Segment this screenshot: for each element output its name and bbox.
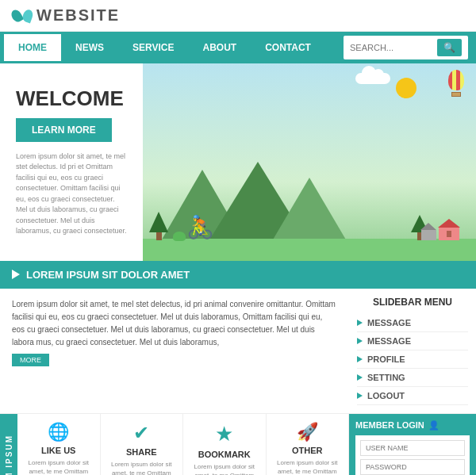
sidebar-title: SLIDEBAR MENU [357,297,468,308]
feature-title-other: OTHER [273,446,343,455]
arrow-icon [357,374,363,381]
bookmark-icon: ★ [190,422,259,446]
search-input[interactable] [350,43,437,52]
logo: WEBSITE [12,6,120,25]
main-paragraph: Lorem ipsum dolor sit amet, te mel stet … [12,298,337,349]
feature-text-share: Lorem ipsum dolor sit amet, te me Omitta… [107,460,177,475]
features-row: LOREM IPSUM 🌐 LIKE US Lorem ipsum dolor … [0,413,476,475]
bush-icon [173,232,186,241]
arrow-icon [357,393,363,399]
nav-home[interactable]: HOME [4,34,61,61]
sidebar-item-profile[interactable]: PROFILE [357,351,468,369]
feature-card-like: 🌐 LIKE US Lorem ipsum dolor sit amet, te… [17,414,101,475]
navbar: HOME NEWS SERVICE ABOUT CONTACT 🔍 [0,32,476,63]
biker-icon: 🚴 [186,214,214,240]
play-icon [12,270,20,279]
learn-more-button[interactable]: LEARN MORE [16,118,112,142]
leaf-right-icon [21,8,35,23]
login-form: REMEMBER ME SIGN IN ▶ Forgot your passwo… [355,435,470,475]
sidebar: SLIDEBAR MENU MESSAGE MESSAGE PROFILE SE… [349,289,476,413]
sidebar-item-message1[interactable]: MESSAGE [357,314,468,332]
nav-news[interactable]: NEWS [61,34,118,61]
sidebar-item-setting[interactable]: SETTING [357,369,468,387]
feature-card-share: ✔ SHARE Lorem ipsum dolor sit amet, te m… [101,414,184,475]
nav-service[interactable]: SERVICE [118,34,188,61]
nav-contact[interactable]: CONTACT [251,34,325,61]
feature-title-bookmark: BOOKMARK [190,450,259,459]
logo-text: WEBSITE [36,6,120,25]
section-title-bar: LOREM IPSUM SIT DOLOR AMET [0,261,476,289]
balloon-icon [448,70,464,97]
arrow-icon [357,320,363,326]
main-content: Lorem ipsum dolor sit amet, te mel stet … [0,289,349,413]
login-title: MEMBER LOGIN 👤 [355,420,470,431]
hero-body-text: Lorem ipsum dolor sit amet, te mel stet … [16,151,127,237]
feature-card-bookmark: ★ BOOKMARK Lorem ipsum dolor sit amet, t… [183,414,267,475]
feature-cards: 🌐 LIKE US Lorem ipsum dolor sit amet, te… [17,414,349,475]
feature-text-other: Lorem ipsum dolor sit amet, te me Omitta… [273,458,343,475]
feature-text-like: Lorem ipsum dolor sit amet, te me Omitta… [24,458,94,475]
feature-text-bookmark: Lorem ipsum dolor sit amet, te me Omitta… [190,462,259,475]
hero-title: WELCOME [16,87,127,110]
username-input[interactable] [360,440,465,456]
ground-icon [143,239,476,261]
feature-title-share: SHARE [107,447,177,457]
share-icon: ✔ [107,422,177,444]
house-1-icon [438,219,460,240]
password-input[interactable] [360,459,465,475]
user-icon: 👤 [428,420,440,431]
hero-left: WELCOME LEARN MORE Lorem ipsum dolor sit… [0,63,143,261]
arrow-icon [357,338,363,344]
feature-title-like: LIKE US [24,446,94,455]
sidebar-item-logout[interactable]: LOGOUT [357,387,468,405]
features-sidebar: LOREM IPSUM [0,414,17,475]
arrow-icon [357,356,363,362]
nav-about[interactable]: ABOUT [188,34,251,61]
leaf-left-icon [10,8,24,24]
tree-left-icon [149,212,168,240]
feature-card-other: 🚀 OTHER Lorem ipsum dolor sit amet, te m… [267,414,350,475]
logo-leaves [12,10,33,22]
house-2-icon [420,223,436,240]
header: WEBSITE [0,0,476,32]
features-sidebar-label: LOREM IPSUM [5,428,13,475]
like-icon: 🌐 [24,422,94,442]
cloud-icon [355,73,390,84]
login-box: MEMBER LOGIN 👤 REMEMBER ME SIGN IN ▶ For… [349,414,476,475]
main-content-row: Lorem ipsum dolor sit amet, te mel stet … [0,289,476,413]
mountain-3-icon [270,178,349,245]
hero-illustration: 🚴 [143,63,476,261]
hero-section: WELCOME LEARN MORE Lorem ipsum dolor sit… [0,63,476,261]
section-title: LOREM IPSUM SIT DOLOR AMET [26,269,190,281]
sidebar-item-message2[interactable]: MESSAGE [357,332,468,351]
search-button[interactable]: 🔍 [437,39,462,56]
search-box: 🔍 [344,36,468,59]
other-icon: 🚀 [273,422,343,442]
main-more-button[interactable]: MORE [12,354,49,366]
sun-icon [396,78,416,98]
